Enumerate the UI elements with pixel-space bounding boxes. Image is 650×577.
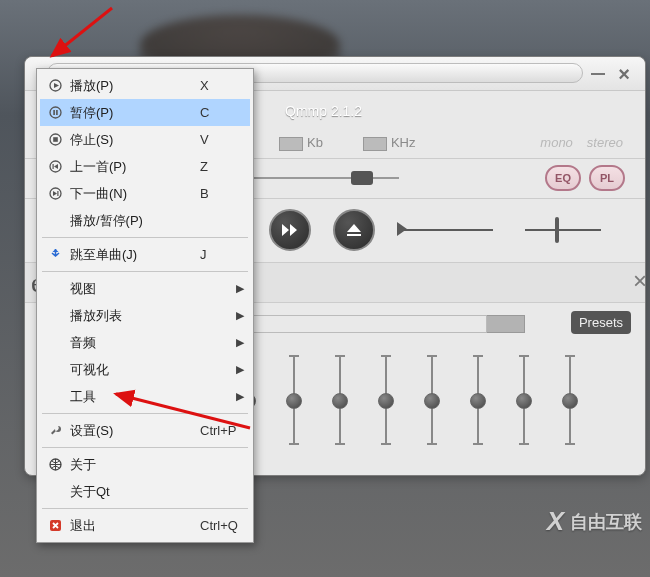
prev-icon	[44, 160, 66, 173]
khz-label: KHz	[391, 135, 416, 150]
menu-item[interactable]: 跳至单曲(J)J	[40, 241, 250, 268]
wrench-icon	[44, 424, 66, 437]
menu-item-label: 上一首(P)	[66, 158, 200, 176]
balance-slider[interactable]	[265, 177, 385, 179]
menu-item-label: 设置(S)	[66, 422, 200, 440]
menu-item[interactable]: 上一首(P)Z	[40, 153, 250, 180]
svg-rect-5	[53, 137, 58, 142]
seek-arrow-icon	[397, 222, 407, 236]
menu-separator	[42, 237, 248, 238]
eq-band-4[interactable]	[339, 355, 341, 445]
eq-band-8[interactable]	[523, 355, 525, 445]
submenu-arrow-icon: ▶	[236, 309, 244, 322]
presets-button[interactable]: Presets	[571, 311, 631, 334]
menu-separator	[42, 271, 248, 272]
menu-item-label: 视图	[66, 280, 244, 298]
bitrate-info: Kb KHz	[279, 135, 415, 151]
submenu-arrow-icon: ▶	[236, 363, 244, 376]
eq-knob[interactable]	[470, 393, 486, 409]
eq-band-9[interactable]	[569, 355, 571, 445]
submenu-arrow-icon: ▶	[236, 390, 244, 403]
menu-item[interactable]: 停止(S)V	[40, 126, 250, 153]
menu-item[interactable]: 音频▶	[40, 329, 250, 356]
menu-item-shortcut: X	[200, 78, 244, 93]
menu-item-label: 播放/暂停(P)	[66, 212, 200, 230]
menu-item[interactable]: 视图▶	[40, 275, 250, 302]
eq-knob[interactable]	[424, 393, 440, 409]
svg-rect-7	[52, 164, 53, 169]
menu-item-label: 可视化	[66, 361, 244, 379]
app-title: Qmmp 2.1.2	[285, 103, 362, 119]
submenu-arrow-icon: ▶	[236, 282, 244, 295]
menu-item[interactable]: 退出Ctrl+Q	[40, 512, 250, 539]
svg-point-1	[50, 107, 61, 118]
svg-rect-9	[57, 191, 58, 196]
menu-item-label: 退出	[66, 517, 200, 535]
menu-item-label: 下一曲(N)	[66, 185, 200, 203]
eq-knob[interactable]	[286, 393, 302, 409]
watermark: X自由互联	[547, 506, 642, 537]
pl-toggle-button[interactable]: PL	[589, 165, 625, 191]
close-button[interactable]: ×	[613, 63, 635, 85]
menu-item-label: 关于Qt	[66, 483, 200, 501]
menu-item-label: 停止(S)	[66, 131, 200, 149]
menu-item-shortcut: C	[200, 105, 244, 120]
menu-item[interactable]: 关于	[40, 451, 250, 478]
menu-item[interactable]: 工具▶	[40, 383, 250, 410]
menu-item-label: 工具	[66, 388, 244, 406]
mono-label: mono	[540, 135, 573, 150]
menu-item[interactable]: 暂停(P)C	[40, 99, 250, 126]
svg-rect-2	[53, 110, 55, 115]
menu-item[interactable]: 播放/暂停(P)	[40, 207, 250, 234]
submenu-arrow-icon: ▶	[236, 336, 244, 349]
menu-item-label: 播放(P)	[66, 77, 200, 95]
eq-toggle-button[interactable]: EQ	[545, 165, 581, 191]
menu-item-label: 暂停(P)	[66, 104, 200, 122]
eject-button[interactable]	[333, 209, 375, 251]
globe-icon	[44, 458, 66, 471]
menu-item[interactable]: 可视化▶	[40, 356, 250, 383]
eq-knob[interactable]	[332, 393, 348, 409]
eq-knob[interactable]	[378, 393, 394, 409]
svg-rect-3	[56, 110, 58, 115]
menu-item[interactable]: 关于Qt	[40, 478, 250, 505]
balance-thumb[interactable]	[351, 171, 373, 185]
menu-item[interactable]: 下一曲(N)B	[40, 180, 250, 207]
eq-close-button[interactable]: ×	[633, 267, 647, 295]
quit-icon	[44, 519, 66, 532]
menu-item[interactable]: 播放(P)X	[40, 72, 250, 99]
eq-band-3[interactable]	[293, 355, 295, 445]
eq-band-7[interactable]	[477, 355, 479, 445]
menu-separator	[42, 413, 248, 414]
stop-icon	[44, 133, 66, 146]
seek-slider[interactable]	[397, 229, 493, 231]
menu-separator	[42, 508, 248, 509]
eq-band-6[interactable]	[431, 355, 433, 445]
forward-button[interactable]	[269, 209, 311, 251]
stereo-label: stereo	[587, 135, 623, 150]
minimize-button[interactable]	[591, 73, 605, 75]
next-icon	[44, 187, 66, 200]
play-icon	[44, 79, 66, 92]
indicator-bar	[525, 229, 601, 231]
eq-band-5[interactable]	[385, 355, 387, 445]
menu-separator	[42, 447, 248, 448]
indicator-tick	[555, 217, 559, 243]
kb-label: Kb	[307, 135, 323, 150]
menu-item-label: 跳至单曲(J)	[66, 246, 200, 264]
jump-icon	[44, 248, 66, 261]
menu-item-label: 播放列表	[66, 307, 244, 325]
menu-item-shortcut: Ctrl+P	[200, 423, 244, 438]
menu-item-shortcut: Ctrl+Q	[200, 518, 244, 533]
menu-item-label: 音频	[66, 334, 244, 352]
menu-item-shortcut: V	[200, 132, 244, 147]
menu-item[interactable]: 设置(S)Ctrl+P	[40, 417, 250, 444]
eq-knob[interactable]	[562, 393, 578, 409]
eq-knob[interactable]	[516, 393, 532, 409]
menu-item-shortcut: Z	[200, 159, 244, 174]
context-menu: 播放(P)X暂停(P)C停止(S)V上一首(P)Z下一曲(N)B播放/暂停(P)…	[36, 68, 254, 543]
menu-item[interactable]: 播放列表▶	[40, 302, 250, 329]
menu-item-shortcut: B	[200, 186, 244, 201]
menu-item-label: 关于	[66, 456, 200, 474]
pause-icon	[44, 106, 66, 119]
